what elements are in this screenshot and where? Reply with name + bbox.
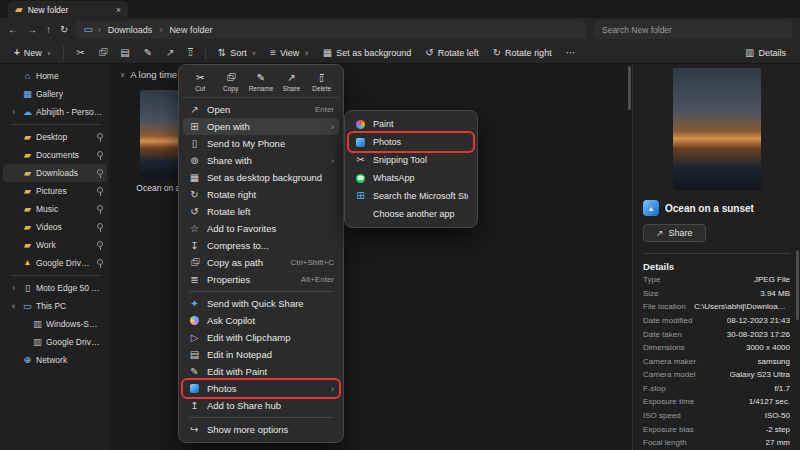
submenu-item-photos[interactable]: Photos › [349, 133, 473, 151]
toolbar-icon [166, 48, 174, 58]
toolbar-button-delete[interactable] [182, 46, 198, 60]
sidebar-item-this-pc[interactable]: This PC [3, 297, 107, 315]
share-button-label: Share [669, 228, 693, 238]
submenu-item-choose-another-app[interactable]: Choose another app › [349, 205, 473, 223]
menu-item-copy-as-path[interactable]: Copy as path Ctrl+Shift+C › [183, 254, 339, 271]
breadcrumb-item-downloads[interactable]: Downloads [96, 25, 155, 35]
menu-item-edit-with-clipchamp[interactable]: Edit with Clipchamp › [183, 329, 339, 346]
toolbar-button-share[interactable] [160, 46, 180, 60]
search-input[interactable]: Search New folder [594, 21, 792, 39]
quick-action-share[interactable]: Share [277, 72, 305, 92]
toolbar-button-rename[interactable] [138, 46, 158, 60]
toolbar-button-cut[interactable] [70, 46, 90, 60]
toolbar-button-copy[interactable] [93, 46, 113, 60]
menu-item-photos[interactable]: Photos › [183, 380, 339, 397]
pin-icon [97, 223, 103, 232]
quick-action-copy[interactable]: Copy [217, 72, 245, 92]
quick-action-cut[interactable]: Cut [186, 72, 214, 92]
submenu-items: Paint › Photos › Snipping Tool › [349, 115, 473, 223]
sidebar-item-google-drive-g[interactable]: Google Drive (G:) [3, 333, 107, 351]
sidebar-item-icon [22, 168, 33, 178]
sidebar-item-moto-edge-50-neo[interactable]: Moto Edge 50 Neo [3, 279, 107, 297]
sidebar-item-pictures[interactable]: Pictures [3, 182, 107, 200]
expand-chevron-icon[interactable] [8, 107, 19, 117]
menu-item-edit-with-paint[interactable]: Edit with Paint › [183, 363, 339, 380]
sidebar-item-google-drive-g[interactable]: Google Drive (G:) [3, 254, 107, 272]
property-row-f-stop: F-stop f/1.7 [643, 384, 790, 394]
sidebar-item-gallery[interactable]: Gallery [3, 85, 107, 103]
menu-item-share-with[interactable]: Share with › [183, 152, 339, 169]
nav-icon-forward[interactable] [27, 25, 37, 35]
sidebar-item-desktop[interactable]: Desktop [3, 128, 107, 146]
menu-item-add-to-favorites[interactable]: Add to Favorites › [183, 220, 339, 237]
navigation-buttons [8, 25, 68, 35]
menu-item-ask-copilot[interactable]: Ask Copilot › [183, 312, 339, 329]
breadcrumb-item-new-folder[interactable]: New folder [157, 25, 214, 35]
menu-item-send-to-my-phone[interactable]: Send to My Phone › [183, 135, 339, 152]
menu-item-icon [188, 122, 201, 132]
share-button[interactable]: Share [643, 224, 706, 242]
sidebar-item-label: Network [36, 355, 103, 365]
quick-action-delete[interactable]: Delete [308, 72, 336, 92]
expand-chevron-icon[interactable] [8, 303, 19, 309]
details-scrollbar[interactable] [796, 250, 799, 320]
menu-item-open-with[interactable]: Open with › [183, 118, 339, 135]
sidebar-item-documents[interactable]: Documents [3, 146, 107, 164]
details-pane: Ocean on a sunset Share Details Type JPE… [632, 64, 800, 450]
tab-close-icon[interactable]: × [116, 5, 121, 15]
sidebar-item-videos[interactable]: Videos [3, 218, 107, 236]
menu-item-rotate-left[interactable]: Rotate left › [183, 203, 339, 220]
toolbar-action-rotate-right[interactable]: Rotate right [487, 46, 558, 60]
vertical-scrollbar[interactable] [628, 66, 631, 110]
submenu-item-whatsapp[interactable]: WhatsApp › [349, 169, 473, 187]
details-pane-icon [745, 48, 754, 58]
details-pane-toggle[interactable]: Details [739, 46, 792, 60]
sort-button[interactable]: Sort [212, 46, 262, 60]
submenu-item-icon [354, 120, 367, 129]
submenu-item-search-the-microsoft-store[interactable]: Search the Microsoft Store › [349, 187, 473, 205]
quick-action-label: Copy [223, 85, 238, 92]
quick-action-rename[interactable]: Rename [247, 72, 275, 92]
expand-chevron-icon[interactable] [8, 283, 19, 293]
submenu-item-snipping-tool[interactable]: Snipping Tool › [349, 151, 473, 169]
toolbar-action-set-as-background[interactable]: Set as background [317, 46, 418, 60]
image-preview[interactable] [673, 68, 761, 190]
sidebar-item-network[interactable]: Network [3, 351, 107, 369]
menu-item-send-with-quick-share[interactable]: Send with Quick Share › [183, 295, 339, 312]
menu-item-show-more-options[interactable]: Show more options › [183, 421, 339, 438]
more-options-button[interactable] [560, 46, 582, 60]
sidebar-item-home[interactable]: Home [3, 67, 107, 85]
menu-item[interactable]: › [189, 291, 333, 292]
sidebar-item-work[interactable]: Work [3, 236, 107, 254]
context-menu: Cut Copy Rename Share [178, 64, 344, 443]
sidebar-item-label: Google Drive (G:) [46, 337, 103, 347]
sidebar-item-abhijith-personal[interactable]: Abhijith - Personal [3, 103, 107, 121]
menu-item-set-as-desktop-background[interactable]: Set as desktop background › [183, 169, 339, 186]
nav-icon-back[interactable] [8, 25, 18, 35]
sidebar-item-icon [22, 132, 33, 142]
submenu-item-paint[interactable]: Paint › [349, 115, 473, 133]
new-button[interactable]: New [8, 46, 57, 60]
sidebar-item-windows-ssd-c[interactable]: Windows-SSD (C:) [3, 315, 107, 333]
sidebar-item[interactable] [10, 124, 100, 125]
menu-item-rotate-right[interactable]: Rotate right › [183, 186, 339, 203]
menu-item-edit-in-notepad[interactable]: Edit in Notepad › [183, 346, 339, 363]
menu-item-open[interactable]: Open Enter › [183, 101, 339, 118]
nav-icon-up[interactable] [46, 25, 51, 35]
sidebar-item-label: Downloads [36, 168, 94, 178]
toolbar-action-rotate-left[interactable]: Rotate left [419, 46, 484, 60]
sidebar-item[interactable] [10, 275, 100, 276]
menu-item[interactable]: › [189, 417, 333, 418]
menu-item-add-to-share-hub[interactable]: Add to Share hub › [183, 397, 339, 414]
menu-item-properties[interactable]: Properties Alt+Enter › [183, 271, 339, 288]
menu-item-label: Properties [207, 274, 295, 285]
toolbar-button-paste[interactable] [114, 46, 135, 60]
view-button[interactable]: View [264, 46, 315, 60]
property-key: Exposure time [643, 397, 694, 407]
menu-item-compress-to[interactable]: Compress to... › [183, 237, 339, 254]
sidebar-item-downloads[interactable]: Downloads [3, 164, 107, 182]
nav-icon-refresh[interactable] [60, 25, 68, 35]
sidebar-item-music[interactable]: Music [3, 200, 107, 218]
property-key: F-stop [643, 384, 666, 394]
explorer-tab[interactable]: New folder × [8, 1, 128, 18]
